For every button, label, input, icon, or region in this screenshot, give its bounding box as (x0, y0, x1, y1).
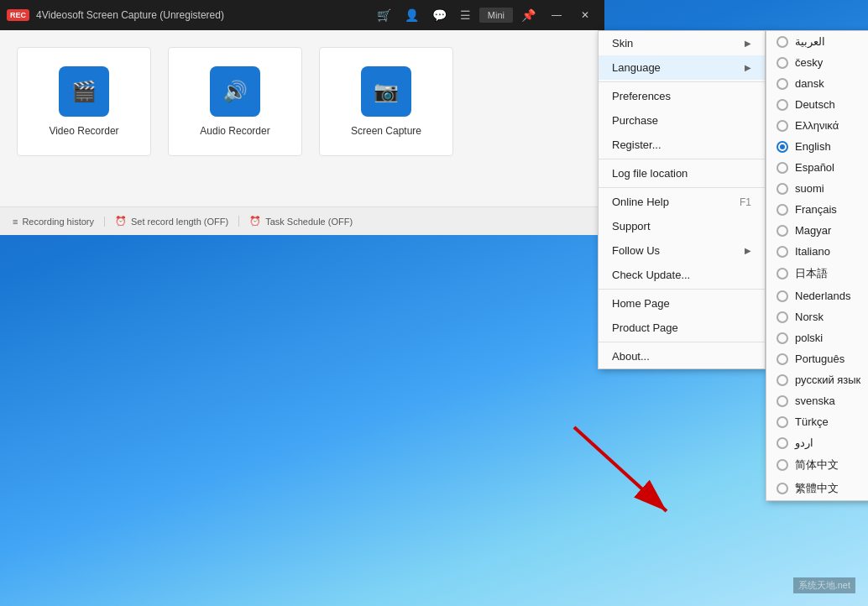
lang-item-urdu[interactable]: اردو (766, 432, 868, 453)
lang-label-czech: česky (795, 56, 823, 69)
lang-item-norwegian[interactable]: Norsk (766, 306, 868, 327)
menu-language-label: Language (612, 61, 661, 74)
recording-history-item[interactable]: ≡ Recording history (8, 217, 105, 227)
menu-item-online-help[interactable]: Online Help F1 (599, 190, 765, 214)
title-bar: REC 4Videosoft Screen Capture (Unregiste… (0, 0, 604, 30)
lang-label-english: English (795, 140, 831, 153)
close-button[interactable]: ✕ (573, 3, 598, 27)
menu-icon[interactable]: ☰ (455, 5, 476, 25)
menu-item-preferences[interactable]: Preferences (599, 84, 765, 108)
lang-item-greek[interactable]: Ελληνικά (766, 115, 868, 136)
menu-item-skin[interactable]: Skin ▶ (599, 31, 765, 55)
audio-recorder-card[interactable]: 🔊 Audio Recorder (168, 47, 302, 156)
radio-traditional-chinese (776, 483, 788, 494)
history-icon: ≡ (13, 217, 18, 227)
menu-register-label: Register... (612, 138, 661, 151)
app-window: REC 4Videosoft Screen Capture (Unregiste… (0, 0, 604, 235)
lang-item-portuguese[interactable]: Português (766, 348, 868, 369)
lang-label-german: Deutsch (795, 98, 835, 111)
menu-item-register[interactable]: Register... (599, 133, 765, 157)
clock-icon: ⏰ (115, 216, 127, 227)
lang-item-polish[interactable]: polski (766, 327, 868, 348)
lang-label-greek: Ελληνικά (795, 119, 839, 132)
lang-label-french: Français (795, 203, 837, 216)
radio-german (776, 99, 788, 111)
lang-item-traditional-chinese[interactable]: 繁體中文 (766, 477, 868, 500)
lang-item-danish[interactable]: dansk (766, 73, 868, 94)
lang-item-simplified-chinese[interactable]: 简体中文 (766, 453, 868, 477)
lang-item-arabic[interactable]: العربية (766, 31, 868, 52)
menu-log-label: Log file location (612, 167, 688, 180)
menu-item-language[interactable]: Language ▶ (599, 55, 765, 80)
menu-purchase-label: Purchase (612, 114, 658, 127)
lang-label-italian: Italiano (795, 245, 830, 258)
radio-swedish (776, 395, 788, 407)
divider-1 (599, 81, 765, 82)
mini-button[interactable]: Mini (479, 8, 513, 23)
radio-greek (776, 120, 788, 132)
audio-recorder-icon: 🔊 (210, 66, 260, 117)
radio-japanese (776, 268, 788, 279)
lang-item-swedish[interactable]: svenska (766, 390, 868, 411)
lang-item-french[interactable]: Français (766, 199, 868, 220)
follow-us-arrow-icon: ▶ (745, 246, 751, 255)
radio-italian (776, 246, 788, 258)
chat-icon[interactable]: 💬 (427, 5, 452, 25)
audio-recorder-label: Audio Recorder (200, 125, 269, 137)
menu-support-label: Support (612, 220, 651, 232)
recording-history-label: Recording history (22, 217, 94, 227)
menu-item-log-file-location[interactable]: Log file location (599, 161, 765, 185)
cart-icon[interactable]: 🛒 (372, 5, 396, 25)
screen-capture-card[interactable]: 📷 Screen Capture (319, 47, 453, 156)
screen-capture-icon: 📷 (361, 66, 411, 117)
menu-item-support[interactable]: Support (599, 214, 765, 238)
radio-hungarian (776, 225, 788, 237)
lang-label-spanish: Español (795, 161, 834, 174)
title-bar-left: REC 4Videosoft Screen Capture (Unregiste… (7, 9, 372, 21)
lang-label-japanese: 日本語 (795, 266, 828, 281)
lang-item-russian[interactable]: русский язык (766, 369, 868, 390)
radio-polish (776, 332, 788, 344)
menu-online-help-label: Online Help (612, 196, 669, 208)
menu-item-follow-us[interactable]: Follow Us ▶ (599, 238, 765, 263)
lang-item-english[interactable]: English (766, 136, 868, 157)
lang-label-urdu: اردو (795, 436, 813, 449)
lang-item-italian[interactable]: Italiano (766, 241, 868, 262)
lang-item-hungarian[interactable]: Magyar (766, 220, 868, 241)
menu-check-update-label: Check Update... (612, 269, 690, 281)
menu-item-check-update[interactable]: Check Update... (599, 263, 765, 287)
lang-label-swedish: svenska (795, 394, 835, 407)
minimize-button[interactable]: — (544, 3, 569, 27)
divider-5 (599, 342, 765, 342)
task-schedule-item[interactable]: ⏰ Task Schedule (OFF) (239, 216, 363, 227)
lang-item-japanese[interactable]: 日本語 (766, 262, 868, 285)
radio-portuguese (776, 353, 788, 365)
record-length-item[interactable]: ⏰ Set record length (OFF) (105, 216, 239, 227)
lang-item-spanish[interactable]: Español (766, 157, 868, 178)
radio-norwegian (776, 311, 788, 323)
menu-item-home-page[interactable]: Home Page (599, 291, 765, 316)
task-schedule-label: Task Schedule (OFF) (265, 217, 353, 227)
menu-item-product-page[interactable]: Product Page (599, 316, 765, 340)
lang-item-finnish[interactable]: suomi (766, 178, 868, 199)
menu-item-purchase[interactable]: Purchase (599, 108, 765, 133)
online-help-shortcut: F1 (740, 196, 751, 208)
menu-item-about[interactable]: About... (599, 344, 765, 368)
radio-dutch (776, 290, 788, 302)
video-recorder-icon: 🎬 (59, 66, 109, 117)
watermark-text: 系统天地.net (798, 580, 850, 590)
lang-label-arabic: العربية (795, 35, 825, 48)
pin-icon[interactable]: 📌 (516, 5, 541, 25)
lang-item-dutch[interactable]: Nederlands (766, 285, 868, 306)
video-recorder-card[interactable]: 🎬 Video Recorder (17, 47, 151, 156)
menu-skin-label: Skin (612, 37, 633, 50)
lang-item-turkish[interactable]: Türkçe (766, 411, 868, 432)
lang-item-czech[interactable]: česky (766, 52, 868, 73)
lang-label-polish: polski (795, 332, 823, 344)
user-icon[interactable]: 👤 (400, 5, 424, 25)
lang-label-turkish: Türkçe (795, 415, 829, 428)
lang-item-german[interactable]: Deutsch (766, 94, 868, 115)
record-length-label: Set record length (OFF) (131, 217, 228, 227)
title-bar-right: 🛒 👤 💬 ☰ Mini 📌 — ✕ (372, 3, 598, 27)
radio-english (776, 141, 788, 153)
